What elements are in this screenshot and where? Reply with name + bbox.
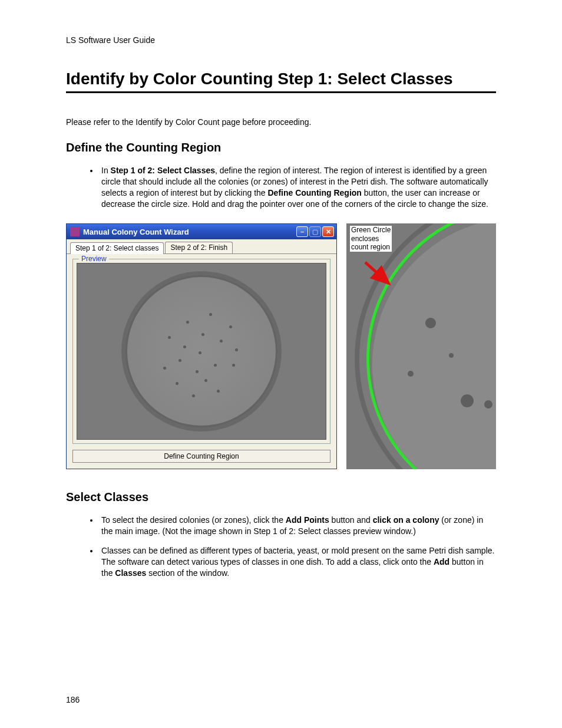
minimize-button[interactable]: – bbox=[296, 226, 308, 237]
bold-classes: Classes bbox=[115, 568, 146, 578]
tab-step2[interactable]: Step 2 of 2: Finish bbox=[165, 242, 233, 253]
wizard-titlebar: Manual Colony Count Wizard – ▢ ✕ bbox=[67, 224, 336, 239]
maximize-button[interactable]: ▢ bbox=[309, 226, 321, 237]
figure-wrap: Manual Colony Count Wizard – ▢ ✕ Step 1 … bbox=[66, 223, 496, 469]
text-fragment: section of the window. bbox=[146, 568, 229, 578]
page-title: Identify by Color Counting Step 1: Selec… bbox=[66, 68, 496, 89]
bold-click-colony: click on a colony bbox=[373, 515, 439, 525]
define-region-list: In Step 1 of 2: Select Classes, define t… bbox=[66, 165, 496, 210]
wizard-tabs: Step 1 of 2: Select classes Step 2 of 2:… bbox=[67, 239, 336, 253]
text-fragment: To select the desired colonies (or zones… bbox=[101, 515, 286, 525]
title-rule bbox=[66, 91, 496, 93]
intro-paragraph: Please refer to the Identify by Color Co… bbox=[66, 117, 496, 128]
define-counting-region-button[interactable]: Define Counting Region bbox=[72, 450, 330, 463]
bold-add-points: Add Points bbox=[286, 515, 329, 525]
preview-fieldset: Preview bbox=[72, 259, 330, 444]
page-number: 186 bbox=[66, 695, 80, 704]
petri-dish bbox=[125, 275, 278, 428]
wizard-body: Preview bbox=[67, 253, 336, 469]
define-region-bullet: In Step 1 of 2: Select Classes, define t… bbox=[99, 165, 496, 210]
tab-step1[interactable]: Step 1 of 2: Select classes bbox=[70, 242, 164, 254]
section-select-classes-heading: Select Classes bbox=[66, 490, 496, 504]
preview-canvas bbox=[77, 263, 326, 440]
select-classes-list: To select the desired colonies (or zones… bbox=[66, 515, 496, 578]
select-classes-bullet-1: To select the desired colonies (or zones… bbox=[99, 515, 496, 537]
svg-line-0 bbox=[365, 262, 389, 284]
bold-add: Add bbox=[434, 557, 449, 566]
section-define-heading: Define the Counting Region bbox=[66, 141, 496, 154]
close-button[interactable]: ✕ bbox=[322, 226, 334, 237]
preview-legend: Preview bbox=[79, 255, 109, 263]
text-fragment: button and bbox=[329, 515, 373, 525]
bold-step-label: Step 1 of 2: Select Classes bbox=[111, 166, 215, 175]
bold-button-label: Define Counting Region bbox=[267, 188, 361, 197]
wizard-window: Manual Colony Count Wizard – ▢ ✕ Step 1 … bbox=[66, 223, 337, 469]
detail-pane: Green Circle encloses count region bbox=[346, 223, 496, 469]
wizard-title: Manual Colony Count Wizard bbox=[83, 228, 296, 236]
app-icon bbox=[70, 227, 80, 236]
window-buttons: – ▢ ✕ bbox=[296, 226, 334, 237]
running-header: LS Software User Guide bbox=[66, 35, 496, 45]
select-classes-bullet-2: Classes can be defined as different type… bbox=[99, 545, 496, 579]
detail-annotation-label: Green Circle encloses count region bbox=[350, 226, 392, 251]
text-fragment: In bbox=[101, 166, 111, 175]
